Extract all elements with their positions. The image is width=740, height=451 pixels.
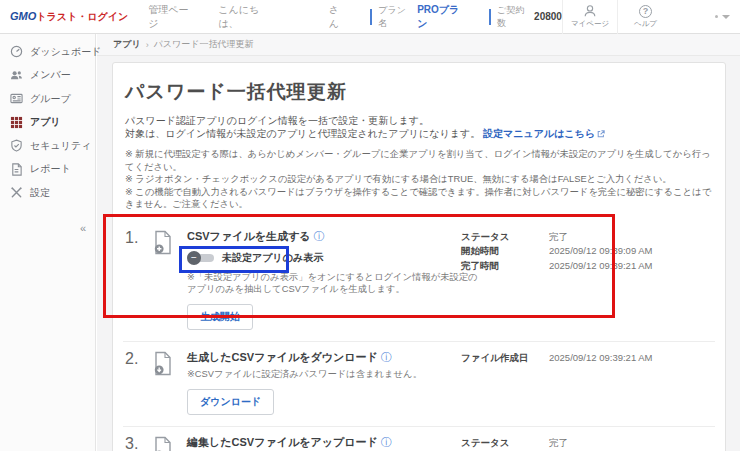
status-value: 2025/09/12 09:39:21 AM: [549, 259, 653, 274]
breadcrumb-separator: ›: [146, 40, 149, 50]
dropdown-caret-icon: [722, 15, 730, 19]
sidebar: ダッシュボード メンバー グループ アプリ: [0, 34, 96, 451]
section-download-csv: 2. 生成したCSVファイルをダウンロードⓘ ※CSVファイルに設定済みパスワー…: [123, 341, 715, 426]
greeting-suffix: さん: [329, 3, 349, 31]
plan-info: プラン名 PROプラン: [370, 9, 467, 25]
logo-product: トラスト・ログイン: [36, 11, 128, 22]
file-download-icon: [153, 350, 187, 415]
main-content: アプリ › パスワード一括代理更新 パスワード一括代理更新 パスワード認証アプリ…: [97, 34, 740, 451]
sidebar-item-label: レポート: [30, 162, 71, 176]
mypage-button[interactable]: マイページ: [562, 0, 617, 34]
plan-value: PROプラン: [417, 3, 467, 31]
status-row: ステータス 完了: [461, 230, 653, 245]
status-panel: ステータス 完了 開始時間 2025/09/12 09:39:09 AM 完了時…: [461, 229, 653, 330]
sidebar-item-dashboard[interactable]: ダッシュボード: [0, 40, 95, 64]
members-icon: [10, 69, 23, 82]
status-row: ステータス 完了: [461, 436, 653, 451]
content-card: パスワード一括代理更新 パスワード認証アプリのログイン情報を一括で設定・更新しま…: [112, 62, 726, 451]
contract-label: ご契約数: [497, 4, 530, 30]
sidebar-item-label: グループ: [30, 92, 71, 106]
brand-logo[interactable]: GMOトラスト・ログイン: [10, 10, 128, 24]
page-description-line2: 対象は、ログイン情報が未設定のアプリと代理設定されたアプリになります。 設定マニ…: [125, 128, 715, 142]
security-shield-icon: [10, 139, 23, 152]
plan-label: プラン名: [378, 4, 413, 30]
sidebar-item-security[interactable]: セキュリティ: [0, 134, 95, 158]
person-icon: [583, 4, 597, 18]
logo-gmo: GMO: [10, 10, 36, 22]
download-button[interactable]: ダウンロード: [187, 389, 274, 415]
contract-info: ご契約数 20800: [489, 9, 562, 25]
sidebar-item-groups[interactable]: グループ: [0, 87, 95, 111]
avatar-dot-icon: [715, 15, 718, 18]
sidebar-item-reports[interactable]: レポート: [0, 158, 95, 182]
info-icon[interactable]: ⓘ: [381, 436, 392, 448]
external-link-icon: [597, 129, 605, 142]
file-plus-icon: [153, 229, 187, 330]
step-number: 2.: [123, 350, 153, 415]
user-menu[interactable]: [673, 15, 740, 19]
info-icon[interactable]: ⓘ: [381, 351, 392, 363]
page-note-2: ※ ラジオボタン・チェックボックスの設定があるアプリで有効にする場合はTRUE、…: [125, 173, 715, 186]
sidebar-item-members[interactable]: メンバー: [0, 64, 95, 88]
contract-value: 20800: [534, 11, 562, 22]
sidebar-item-label: ダッシュボード: [30, 45, 101, 59]
page-title: パスワード一括代理更新: [125, 79, 715, 105]
sidebar-collapse-button[interactable]: «: [80, 222, 86, 234]
status-panel: ファイル作成日 2025/09/12 09:39:21 AM: [461, 350, 653, 415]
groups-icon: [10, 92, 23, 105]
section-note: ※CSVファイルに設定済みパスワードは含まれません。: [187, 368, 487, 380]
status-row: ファイル作成日 2025/09/12 09:39:21 AM: [461, 351, 653, 366]
help-label: ヘルプ: [634, 19, 657, 29]
sidebar-item-label: メンバー: [30, 68, 71, 82]
section-note: ※「未設定アプリのみ表示」をオンにするとログイン情報が未設定のアプリのみを抽出し…: [187, 271, 487, 295]
breadcrumb-parent[interactable]: アプリ: [113, 38, 141, 51]
sidebar-item-label: アプリ: [30, 115, 61, 129]
unset-apps-toggle-row: − 未設定アプリのみ表示: [187, 251, 323, 265]
step-number: 1.: [123, 229, 153, 330]
settings-tools-icon: [10, 186, 23, 199]
sidebar-item-settings[interactable]: 設定: [0, 181, 95, 205]
breadcrumb-current: パスワード一括代理更新: [154, 38, 254, 51]
status-value: 完了: [549, 436, 568, 451]
info-icon[interactable]: ⓘ: [313, 230, 324, 242]
section-title: 生成したCSVファイルをダウンロードⓘ: [187, 350, 453, 365]
sidebar-item-label: セキュリティ: [30, 139, 91, 153]
apps-grid-icon: [10, 116, 23, 129]
breadcrumb: アプリ › パスワード一括代理更新: [97, 34, 740, 56]
section-upload-csv: 3. 編集したCSVファイルをアップロードⓘ ※ 代理設定しない不要な行は、削除…: [123, 426, 715, 451]
greeting-text: こんにちは、: [218, 3, 276, 31]
status-row: 開始時間 2025/09/12 09:39:09 AM: [461, 244, 653, 259]
unset-apps-only-toggle[interactable]: −: [187, 251, 215, 265]
app-header: GMOトラスト・ログイン 管理ページ こんにちは、 さん プラン名 PROプラン…: [0, 0, 740, 34]
status-value: 完了: [549, 230, 568, 245]
sidebar-item-apps[interactable]: アプリ: [0, 111, 95, 135]
section-generate-csv: 1. CSVファイルを生成するⓘ −: [123, 221, 715, 341]
step-number: 3.: [123, 435, 153, 451]
page-note-3: ※ この機能で自動入力されるパスワードはブラウザを操作することで確認できます。操…: [125, 186, 715, 211]
dashboard-icon: [10, 45, 23, 58]
file-upload-icon: [153, 435, 187, 451]
toggle-label: 未設定アプリのみ表示: [222, 251, 323, 265]
help-button[interactable]: ? ヘルプ: [617, 0, 672, 34]
report-icon: [10, 163, 23, 176]
manual-link[interactable]: 設定マニュアルはこちら: [483, 128, 595, 139]
status-row: 完了時間 2025/09/12 09:39:21 AM: [461, 259, 653, 274]
status-value: 2025/09/12 09:39:21 AM: [549, 351, 653, 366]
status-value: 2025/09/12 09:39:09 AM: [549, 244, 653, 259]
mypage-label: マイページ: [571, 19, 609, 29]
page-description-line1: パスワード認証アプリのログイン情報を一括で設定・更新します。: [125, 115, 715, 128]
status-panel: ステータス 完了 エラー なし 開始時間 2025/09/12 12:01:51…: [461, 435, 653, 451]
generate-start-button[interactable]: 生成開始: [187, 304, 253, 330]
nav-admin-page[interactable]: 管理ページ: [148, 3, 196, 31]
section-title: CSVファイルを生成するⓘ: [187, 229, 453, 244]
toggle-knob-minus-icon: −: [187, 251, 201, 265]
sidebar-item-label: 設定: [30, 186, 50, 200]
page-note-1: ※ 新規に代理設定する際は、あらかじめメンバー・グループに企業アプリを割り当て、…: [125, 148, 715, 173]
help-icon: ?: [639, 5, 652, 18]
section-title: 編集したCSVファイルをアップロードⓘ: [187, 435, 453, 450]
